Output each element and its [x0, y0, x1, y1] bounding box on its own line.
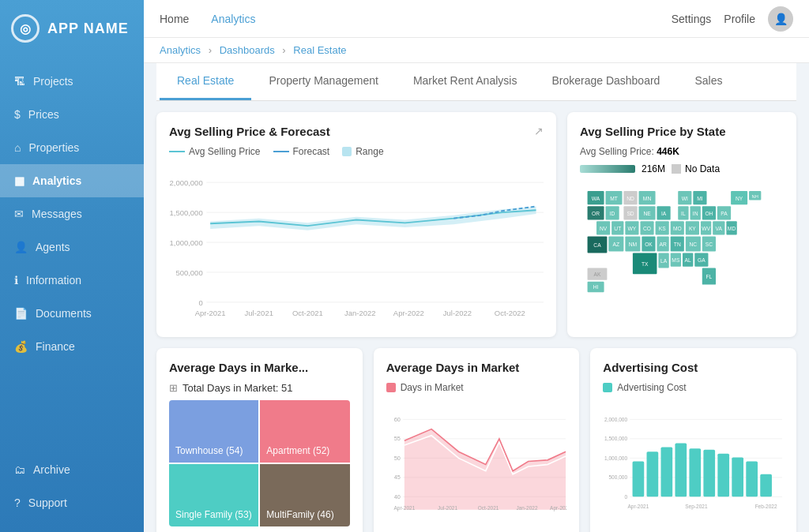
map-legend: Avg Selling Price: 446K	[580, 146, 784, 157]
table-icon: ⊞	[169, 382, 178, 394]
svg-text:Jan-2022: Jan-2022	[344, 309, 375, 317]
sidebar-item-label: Projects	[33, 75, 73, 88]
svg-rect-132	[690, 448, 702, 496]
topbar-right: Settings Profile 👤	[672, 6, 793, 32]
prices-icon: $	[14, 108, 21, 121]
svg-text:NC: NC	[690, 242, 698, 247]
svg-text:Jul-2022: Jul-2022	[443, 309, 472, 317]
adv-cost-legend-dot	[603, 383, 612, 392]
information-icon: ℹ	[14, 274, 18, 287]
avg-price-svg: 2,000,000 1,500,000 1,000,000 500,000 0 …	[169, 163, 544, 321]
svg-text:0: 0	[198, 298, 202, 307]
avg-selling-price-card: Avg Selling Price & Forecast ↗ Avg Selli…	[156, 112, 556, 337]
tab-property-management[interactable]: Property Management	[251, 63, 396, 100]
sidebar-item-information[interactable]: ℹ Information	[0, 264, 144, 297]
avg-price-title: Avg Selling Price & Forecast	[169, 125, 330, 138]
svg-text:Apr-2021: Apr-2021	[628, 504, 649, 510]
forecast-legend-dot	[273, 151, 289, 152]
user-avatar[interactable]: 👤	[768, 6, 793, 32]
svg-text:SD: SD	[627, 211, 634, 216]
sidebar-item-label: Agents	[36, 241, 70, 253]
projects-icon: 🏗	[14, 75, 25, 88]
svg-text:ID: ID	[610, 211, 615, 216]
sidebar-item-agents[interactable]: 👤 Agents	[0, 230, 144, 264]
sidebar-item-properties[interactable]: ⌂ Properties	[0, 131, 144, 164]
avg-price-label: Avg Selling Price:	[580, 146, 654, 157]
sidebar-item-label: Archive	[33, 463, 70, 476]
adv-cost-legend-label: Advertising Cost	[617, 382, 686, 393]
breadcrumb: Analytics › Dashboards › Real Estate	[144, 38, 809, 63]
breadcrumb-sep2: ›	[282, 44, 285, 56]
treemap-apartment: Apartment (52)	[260, 400, 349, 463]
finance-icon: 💰	[14, 340, 28, 353]
sidebar-item-projects[interactable]: 🏗 Projects	[0, 65, 144, 98]
svg-text:VA: VA	[716, 226, 723, 231]
svg-text:WA: WA	[592, 196, 600, 201]
sidebar-item-messages[interactable]: ✉ Messages	[0, 197, 144, 230]
support-icon: ?	[14, 496, 21, 509]
svg-text:TN: TN	[674, 242, 681, 247]
svg-text:HI: HI	[593, 284, 599, 290]
days-in-market-legend-label: Days in Market	[401, 382, 464, 393]
svg-text:60: 60	[393, 416, 400, 423]
treemap-multifamily: MultiFamily (46)	[260, 464, 349, 526]
expand-icon[interactable]: ↗	[534, 125, 544, 137]
sidebar-item-documents[interactable]: 📄 Documents	[0, 297, 144, 330]
us-map-svg: WA MT ND MN WI MI NY NH	[580, 181, 784, 307]
gradient-bar	[580, 165, 635, 173]
svg-text:MO: MO	[673, 226, 682, 231]
breadcrumb-analytics[interactable]: Analytics	[160, 44, 201, 56]
svg-rect-134	[718, 454, 730, 497]
svg-text:MS: MS	[672, 257, 680, 263]
svg-text:NV: NV	[600, 226, 608, 231]
svg-text:MT: MT	[610, 196, 618, 201]
main-content: Home Analytics Settings Profile 👤 Analyt…	[144, 0, 809, 532]
breadcrumb-dashboards[interactable]: Dashboards	[220, 44, 275, 56]
svg-text:45: 45	[393, 474, 400, 481]
legend-range: Range	[342, 146, 383, 157]
sidebar: ◎ APP NAME 🏗 Projects $ Prices ⌂ Propert…	[0, 0, 144, 532]
svg-text:LA: LA	[660, 258, 668, 264]
svg-text:CA: CA	[593, 242, 601, 248]
sidebar-item-prices[interactable]: $ Prices	[0, 98, 144, 131]
sidebar-nav: 🏗 Projects $ Prices ⌂ Properties ▦ Analy…	[0, 57, 144, 445]
svg-text:MI: MI	[697, 196, 703, 201]
avg-days-treemap-card: Average Days in Marke... ⊞ Total Days in…	[156, 348, 363, 532]
svg-text:Jul-2021: Jul-2021	[245, 309, 273, 317]
range-legend-box	[342, 147, 352, 156]
legend-forecast-label: Forecast	[293, 146, 330, 157]
svg-rect-128	[633, 461, 645, 496]
home-link[interactable]: Home	[160, 13, 189, 25]
avg-selling-legend-dot	[169, 151, 185, 152]
analytics-topbar-tab[interactable]: Analytics	[201, 8, 265, 30]
no-data-box: No Data	[672, 163, 720, 174]
svg-text:OH: OH	[705, 211, 713, 216]
sidebar-item-support[interactable]: ? Support	[0, 486, 144, 519]
settings-link[interactable]: Settings	[672, 13, 712, 25]
sidebar-item-archive[interactable]: 🗂 Archive	[0, 453, 144, 486]
tab-sales[interactable]: Sales	[677, 63, 739, 100]
sidebar-item-analytics[interactable]: ▦ Analytics	[0, 164, 144, 197]
sidebar-item-label: Analytics	[32, 174, 81, 187]
svg-text:WI: WI	[682, 196, 688, 201]
tab-market-rent-analysis[interactable]: Market Rent Analysis	[396, 63, 535, 100]
svg-text:PA: PA	[721, 211, 728, 216]
profile-link[interactable]: Profile	[724, 13, 755, 25]
avg-price-value: 446K	[657, 146, 679, 157]
topbar: Home Analytics Settings Profile 👤	[144, 0, 809, 38]
days-market-svg: 60 55 50 45 40	[386, 398, 567, 528]
svg-text:IN: IN	[693, 211, 698, 216]
tab-real-estate[interactable]: Real Estate	[160, 63, 251, 100]
agents-icon: 👤	[14, 241, 28, 253]
documents-icon: 📄	[14, 307, 28, 320]
svg-text:WV: WV	[702, 226, 710, 231]
sidebar-item-finance[interactable]: 💰 Finance	[0, 330, 144, 363]
svg-text:1,500,000: 1,500,000	[604, 436, 627, 441]
sidebar-item-label: Prices	[28, 108, 59, 121]
tab-brokerage-dashboard[interactable]: Brokerage Dashboard	[534, 63, 677, 100]
max-value-label: 216M	[642, 163, 665, 174]
map-price-label: Avg Selling Price: 446K	[580, 146, 679, 157]
breadcrumb-sep1: ›	[209, 44, 212, 56]
sidebar-bottom: 🗂 Archive ? Support	[0, 445, 144, 532]
svg-text:ND: ND	[627, 196, 634, 201]
